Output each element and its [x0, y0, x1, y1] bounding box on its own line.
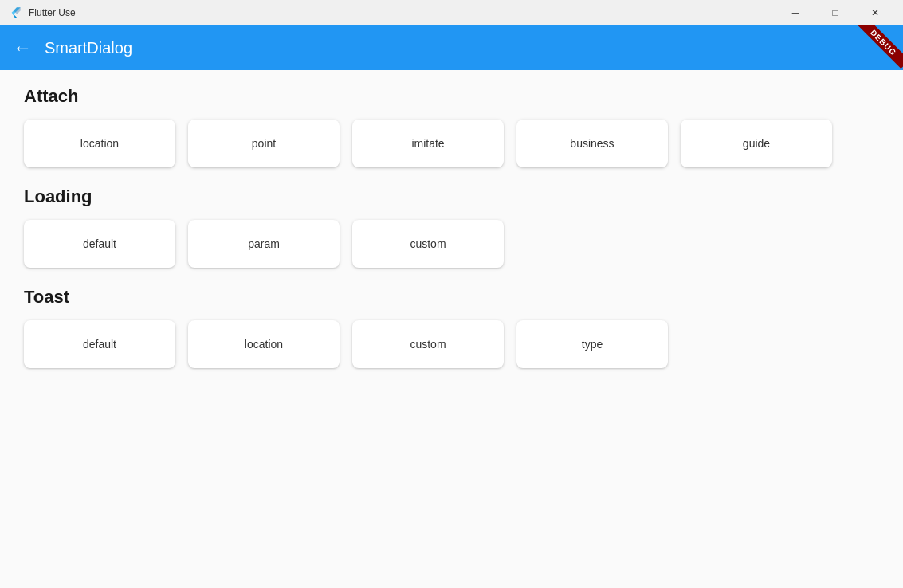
button-grid-toast: defaultlocationcustomtype: [24, 320, 879, 368]
section-title-toast: Toast: [24, 287, 879, 308]
button-loading-custom[interactable]: custom: [352, 220, 504, 268]
section-loading: Loadingdefaultparamcustom: [24, 186, 879, 268]
app-title: Flutter Use: [29, 7, 76, 18]
button-toast-location[interactable]: location: [188, 320, 340, 368]
title-bar-controls: ─ □ ✕: [777, 0, 893, 25]
button-grid-loading: defaultparamcustom: [24, 220, 879, 268]
flutter-icon: [10, 6, 22, 19]
button-grid-attach: locationpointimitatebusinessguide: [24, 120, 879, 167]
section-title-attach: Attach: [24, 86, 879, 107]
minimize-button[interactable]: ─: [777, 0, 814, 25]
button-attach-location[interactable]: location: [24, 120, 175, 167]
back-button[interactable]: ←: [13, 37, 32, 59]
section-attach: Attachlocationpointimitatebusinessguide: [24, 86, 879, 167]
button-attach-business[interactable]: business: [516, 120, 668, 167]
button-loading-param[interactable]: param: [188, 220, 340, 268]
maximize-button[interactable]: □: [817, 0, 854, 25]
button-attach-imitate[interactable]: imitate: [352, 120, 504, 167]
button-loading-default[interactable]: default: [24, 220, 175, 268]
section-title-loading: Loading: [24, 186, 879, 207]
button-attach-point[interactable]: point: [188, 120, 340, 167]
page-title: SmartDialog: [45, 39, 132, 57]
section-toast: Toastdefaultlocationcustomtype: [24, 287, 879, 368]
button-attach-guide[interactable]: guide: [681, 120, 832, 167]
button-toast-type[interactable]: type: [516, 320, 668, 368]
app-bar: ← SmartDialog DEBUG: [0, 25, 903, 70]
debug-ribbon: DEBUG: [852, 25, 903, 70]
debug-label: DEBUG: [858, 25, 903, 69]
button-toast-default[interactable]: default: [24, 320, 175, 368]
main-content: AttachlocationpointimitatebusinessguideL…: [0, 70, 903, 588]
close-button[interactable]: ✕: [857, 0, 893, 25]
button-toast-custom[interactable]: custom: [352, 320, 504, 368]
title-bar-left: Flutter Use: [10, 6, 76, 19]
title-bar: Flutter Use ─ □ ✕: [0, 0, 903, 25]
